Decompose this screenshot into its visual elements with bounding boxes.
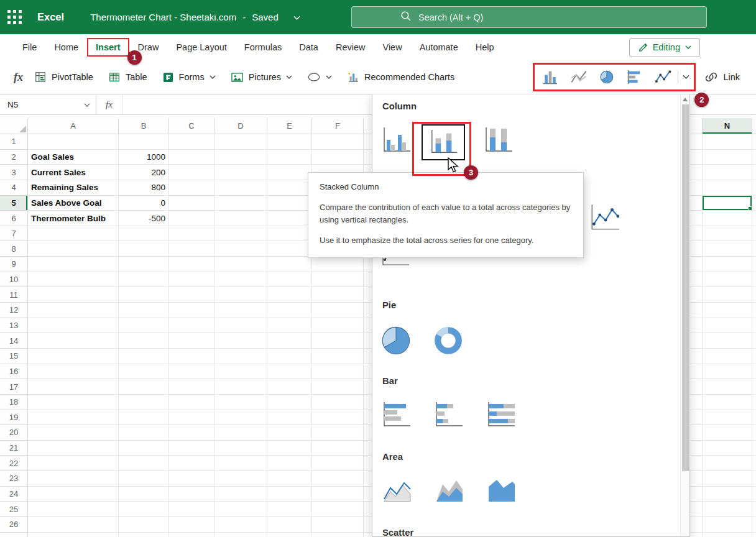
cell-F2[interactable] <box>312 150 364 165</box>
cell-D12[interactable] <box>214 303 267 318</box>
scrollbar-up-arrow-icon[interactable] <box>683 98 688 101</box>
cell-D16[interactable] <box>214 364 267 380</box>
cell-N8[interactable] <box>703 241 752 257</box>
cell-E20[interactable] <box>267 425 312 441</box>
cell-B9[interactable] <box>119 257 169 272</box>
area-icon[interactable] <box>377 472 415 510</box>
row-header-22[interactable]: 22 <box>0 456 28 471</box>
cell-F25[interactable] <box>312 502 364 517</box>
chart-gallery-dropdown-chevron[interactable] <box>678 71 693 83</box>
cell-F9[interactable] <box>312 257 364 272</box>
select-all-corner[interactable] <box>0 118 28 134</box>
column-header-A[interactable]: A <box>28 118 119 134</box>
cell-E22[interactable] <box>267 456 312 471</box>
cell-D15[interactable] <box>214 349 267 364</box>
cell-N7[interactable] <box>703 226 752 242</box>
cell-E18[interactable] <box>267 395 312 410</box>
clustered-column-icon[interactable] <box>377 121 415 160</box>
scrollbar-thumb[interactable] <box>682 104 689 471</box>
cell-N2[interactable] <box>703 150 752 165</box>
cell-A16[interactable] <box>28 364 119 380</box>
row-header-18[interactable]: 18 <box>0 395 28 410</box>
tab-review[interactable]: Review <box>327 38 374 57</box>
cell-N14[interactable] <box>703 333 752 349</box>
cell-E14[interactable] <box>267 333 312 349</box>
cell-C14[interactable] <box>169 333 214 349</box>
cell-hidden[interactable] <box>752 349 756 364</box>
cell-D17[interactable] <box>214 379 267 395</box>
column-header-N[interactable]: N <box>703 118 752 134</box>
cell-D3[interactable] <box>214 165 267 180</box>
formula-fx-button[interactable]: fx <box>96 95 122 114</box>
tab-home[interactable]: Home <box>45 38 87 57</box>
cell-A5[interactable]: Sales Above Goal <box>28 196 119 211</box>
cell-F12[interactable] <box>312 303 364 318</box>
cell-hidden[interactable] <box>752 318 756 334</box>
tab-formulas[interactable]: Formulas <box>236 38 290 57</box>
row-header-23[interactable]: 23 <box>0 471 28 487</box>
cell-hidden[interactable] <box>752 517 756 533</box>
cell-B11[interactable] <box>119 287 169 303</box>
cell-C1[interactable] <box>169 134 214 150</box>
cell-E24[interactable] <box>267 487 312 502</box>
cell-A1[interactable] <box>28 134 119 150</box>
column-header-E[interactable]: E <box>267 118 312 134</box>
cell-A10[interactable] <box>28 272 119 288</box>
row-header-27[interactable]: 27 <box>0 533 28 537</box>
cell-A3[interactable]: Current Sales <box>28 165 119 180</box>
cell-D9[interactable] <box>214 257 267 272</box>
cell-F13[interactable] <box>312 318 364 334</box>
cell-A6[interactable]: Thermometer Bulb <box>28 211 119 226</box>
cell-N13[interactable] <box>703 318 752 334</box>
cell-C20[interactable] <box>169 425 214 441</box>
row-header-14[interactable]: 14 <box>0 333 28 349</box>
cell-D11[interactable] <box>214 287 267 303</box>
cell-C19[interactable] <box>169 410 214 426</box>
cell-C21[interactable] <box>169 441 214 456</box>
cell-F1[interactable] <box>312 134 364 150</box>
cell-N22[interactable] <box>703 456 752 471</box>
tab-page-layout[interactable]: Page Layout <box>167 38 235 57</box>
cell-N9[interactable] <box>703 257 752 272</box>
cell-C18[interactable] <box>169 395 214 410</box>
cell-B19[interactable] <box>119 410 169 426</box>
cell-D1[interactable] <box>214 134 267 150</box>
cell-N1[interactable] <box>703 134 752 150</box>
cell-E9[interactable] <box>267 257 312 272</box>
insert-function-button[interactable]: fx <box>14 71 23 84</box>
cell-C8[interactable] <box>169 241 214 257</box>
cell-E16[interactable] <box>267 364 312 380</box>
cell-F17[interactable] <box>312 379 364 395</box>
cell-hidden[interactable] <box>752 150 756 165</box>
cell-N18[interactable] <box>703 395 752 410</box>
cell-C7[interactable] <box>169 226 214 242</box>
cell-E4[interactable] <box>267 180 312 196</box>
cell-hidden[interactable] <box>752 333 756 349</box>
cell-A20[interactable] <box>28 425 119 441</box>
cell-C16[interactable] <box>169 364 214 380</box>
cell-hidden[interactable] <box>752 272 756 288</box>
stacked-area-icon[interactable] <box>430 472 467 510</box>
clustered-bar-icon[interactable] <box>377 396 415 434</box>
row-header-11[interactable]: 11 <box>0 287 28 303</box>
cell-B12[interactable] <box>119 303 169 318</box>
cell-B17[interactable] <box>119 379 169 395</box>
cell-E13[interactable] <box>267 318 312 334</box>
name-box[interactable]: N5 <box>0 95 96 114</box>
cell-E25[interactable] <box>267 502 312 517</box>
cell-A24[interactable] <box>28 487 119 502</box>
cell-hidden[interactable] <box>752 441 756 456</box>
cell-E11[interactable] <box>267 287 312 303</box>
row-header-3[interactable]: 3 <box>0 165 28 180</box>
row-header-24[interactable]: 24 <box>0 487 28 502</box>
cell-B2[interactable]: 1000 <box>119 150 169 165</box>
cell-C11[interactable] <box>169 287 214 303</box>
cell-F10[interactable] <box>312 272 364 288</box>
cell-N15[interactable] <box>703 349 752 364</box>
cell-N26[interactable] <box>703 517 752 533</box>
cell-C10[interactable] <box>169 272 214 288</box>
cell-F26[interactable] <box>312 517 364 533</box>
dropdown-scrollbar[interactable] <box>680 94 689 536</box>
cell-N19[interactable] <box>703 410 752 426</box>
cell-N25[interactable] <box>703 502 752 517</box>
